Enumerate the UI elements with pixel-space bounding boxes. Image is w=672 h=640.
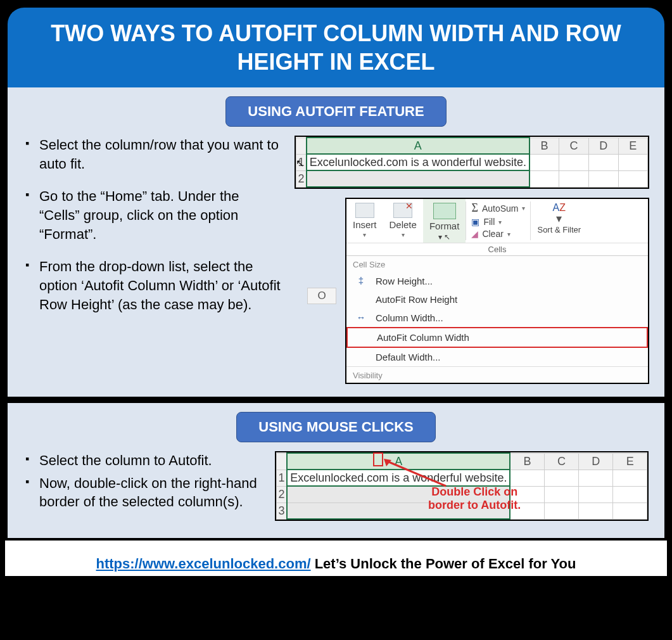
column-header-A: A [287, 453, 510, 470]
column-header-C: C [559, 138, 589, 154]
menu-autofit-column-width[interactable]: AutoFit Column Width [346, 327, 648, 348]
infographic-card: TWO WAYS TO AUTOFIT COLUMN WIDTH AND ROW… [5, 5, 667, 541]
menu-autofit-row-height[interactable]: AutoFit Row Height [346, 290, 648, 309]
sigma-icon: Σ [471, 202, 478, 215]
column-header-B: B [510, 453, 544, 470]
sort-filter-icon: AZ ▾ [553, 203, 566, 224]
column-header-A: A [307, 138, 529, 154]
footer-link[interactable]: https://www.excelunlocked.com/ [96, 556, 311, 572]
footer: https://www.excelunlocked.com/ Let’s Unl… [5, 541, 667, 576]
column-header-D: D [588, 138, 618, 154]
clear-button[interactable]: ◢Clear ▾ [471, 229, 525, 239]
bullet-item: From the drop-down list, select the opti… [23, 257, 283, 314]
cell-A1-text: Excelunlocked.com is a wonderful website… [290, 471, 507, 484]
section1-heading-wrap: USING AUTOFIT FEATURE [23, 96, 649, 127]
cursor-icon: ↖ [296, 157, 304, 169]
cursor-pointer-icon: ▾ ↖ [438, 233, 450, 241]
section2-bullet-list: Select the column to Autofit. Now, doubl… [23, 451, 263, 525]
corner-cell [277, 453, 288, 470]
column-header-E: E [613, 453, 647, 470]
cell-A1: Excelunlocked.com is a wonderful website… [287, 470, 510, 486]
fill-icon: ▣ [471, 217, 479, 227]
section2-heading: USING MOUSE CLICKS [236, 412, 435, 442]
autosum-button[interactable]: ΣAutoSum ▾ [471, 202, 525, 215]
sort-filter-button[interactable]: AZ ▾ Sort & Filter [531, 199, 587, 243]
menu-row-height[interactable]: ‡ Row Height... [346, 272, 648, 290]
format-cells-icon [433, 203, 456, 219]
fill-button[interactable]: ▣Fill ▾ [471, 217, 525, 227]
insert-cells-icon [355, 203, 374, 218]
insert-button[interactable]: Insert ▾ [346, 199, 383, 243]
column-header-C: C [544, 453, 578, 470]
row-header-2: 2 [296, 170, 307, 187]
main-title: TWO WAYS TO AUTOFIT COLUMN WIDTH AND ROW… [8, 8, 664, 87]
cell-A2-selected [307, 170, 529, 187]
row-height-icon: ‡ [355, 275, 367, 286]
column-header-O: O [307, 288, 336, 304]
dropdown-section-cellsize: Cell Size [346, 256, 648, 272]
bullet-item: Go to the “Home” tab. Under the “Cells” … [23, 187, 283, 243]
section1-screenshots: A B C D E 1 ↖ Excelunlocked.com is a won… [295, 136, 649, 384]
corner-cell [296, 138, 307, 154]
sort-label: Sort & Filter [537, 226, 581, 234]
row-header-3: 3 [277, 502, 288, 519]
excel-ribbon-screenshot: O Insert ▾ Delete ▾ [345, 198, 649, 384]
column-header-E: E [618, 138, 647, 154]
delete-cells-icon [393, 203, 412, 218]
column-header-B: B [529, 138, 559, 154]
format-label: Format [429, 221, 460, 231]
dropdown-caret-icon: ▾ [363, 231, 366, 238]
dropdown-section-visibility: Visibility [346, 366, 648, 383]
cell-A1-text: Excelunlocked.com is a wonderful website… [310, 156, 526, 169]
editing-group: ΣAutoSum ▾ ▣Fill ▾ ◢Clear ▾ [466, 199, 530, 243]
section1-bullet-list: Select the column/row that you want to a… [23, 136, 283, 328]
column-header-D: D [579, 453, 613, 470]
dropdown-caret-icon: ▾ [402, 231, 405, 238]
eraser-icon: ◢ [471, 229, 478, 239]
delete-button[interactable]: Delete ▾ [383, 199, 423, 243]
footer-tagline: Let’s Unlock the Power of Excel for You [311, 556, 576, 572]
excel-grid-screenshot-2: A B C D E 1 Excelunlocked.com is a wonde… [275, 451, 649, 521]
format-button[interactable]: Format ▾ ↖ [423, 199, 466, 243]
section1-heading: USING AUTOFIT FEATURE [225, 96, 446, 127]
bullet-item: Select the column to Autofit. [23, 451, 263, 470]
menu-default-width[interactable]: Default Width... [346, 348, 648, 366]
row-header-2: 2 [277, 486, 288, 502]
cell-A1: ↖ Excelunlocked.com is a wonderful websi… [307, 154, 529, 170]
bullet-item: Select the column/row that you want to a… [23, 136, 283, 173]
annotation-text: Double Click on border to Autofit. [428, 485, 521, 511]
column-width-icon: ↔ [355, 312, 367, 323]
format-dropdown: Cell Size ‡ Row Height... AutoFit Row He… [346, 255, 648, 383]
section-mouse-clicks: USING MOUSE CLICKS Select the column to … [8, 403, 664, 538]
section-divider [8, 397, 664, 403]
insert-label: Insert [353, 219, 377, 230]
bullet-item: Now, double-click on the right-hand bord… [23, 474, 263, 511]
menu-column-width[interactable]: ↔ Column Width... [346, 309, 648, 327]
row-header-1: 1 [277, 470, 288, 486]
section2-heading-wrap: USING MOUSE CLICKS [23, 412, 649, 442]
delete-label: Delete [390, 219, 417, 230]
section-autofit-feature: USING AUTOFIT FEATURE Select the column/… [8, 87, 664, 397]
excel-grid-screenshot-1: A B C D E 1 ↖ Excelunlocked.com is a won… [295, 136, 649, 189]
cells-group-label: Cells [346, 243, 648, 255]
